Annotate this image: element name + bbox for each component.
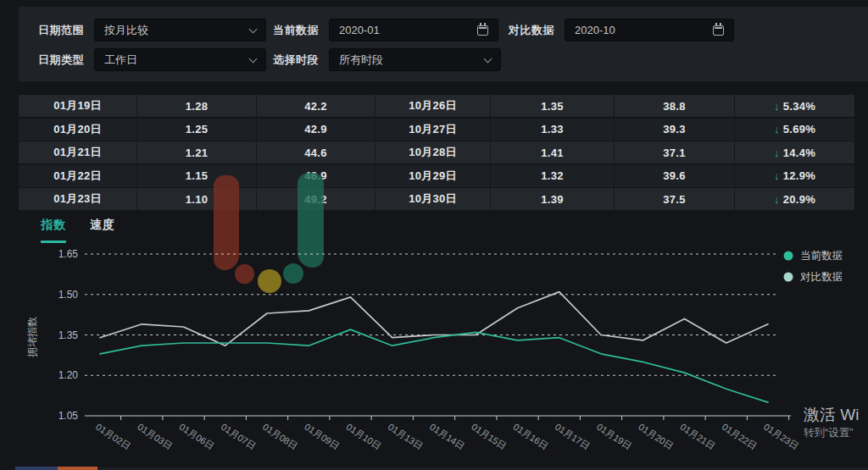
table-cell-cur_speed: 42.2 bbox=[257, 95, 376, 117]
x-tick-label: 01月20日 bbox=[637, 422, 676, 451]
y-tick-label: 1.65 bbox=[58, 248, 79, 260]
table-cell-cmp_index: 1.35 bbox=[491, 95, 615, 117]
table-cell-change: ↓5.34% bbox=[735, 95, 854, 117]
table-cell-cmp_date: 10月30日 bbox=[376, 188, 491, 210]
activate-windows-subtext: 转到“设置” bbox=[804, 426, 853, 440]
table-cell-cur_index: 1.28 bbox=[137, 95, 257, 117]
table-cell-cur_date: 01月22日 bbox=[19, 165, 137, 187]
x-tick-label: 01月07日 bbox=[220, 422, 259, 451]
x-tick-label: 01月23日 bbox=[762, 422, 801, 451]
x-tick-label: 01月17日 bbox=[554, 422, 593, 451]
down-arrow-icon: ↓ bbox=[774, 169, 780, 182]
table-row[interactable]: 01月21日1.2144.610月28日1.4137.1↓14.4% bbox=[19, 141, 854, 163]
chevron-down-icon bbox=[249, 25, 258, 33]
x-tick-label: 01月10日 bbox=[344, 422, 383, 451]
bottom-strip-orange bbox=[58, 467, 97, 470]
table-cell-cmp_index: 1.41 bbox=[491, 141, 615, 163]
y-tick-label: 1.35 bbox=[58, 329, 79, 341]
table-cell-cur_speed: 44.6 bbox=[257, 141, 376, 163]
x-tick-label: 01月02日 bbox=[94, 422, 133, 451]
down-arrow-icon: ↓ bbox=[774, 147, 780, 159]
change-value: 12.9% bbox=[783, 169, 815, 182]
tab-speed[interactable]: 速度 bbox=[90, 218, 115, 243]
time-period-value: 所有时段 bbox=[339, 53, 383, 68]
date-type-value: 工作日 bbox=[104, 53, 137, 68]
y-tick-label: 1.50 bbox=[58, 289, 79, 301]
table-cell-cur_speed: 42.9 bbox=[257, 119, 376, 141]
table-cell-cmp_speed: 39.6 bbox=[615, 165, 735, 187]
date-range-label: 日期范围 bbox=[38, 23, 84, 38]
compare-data-value: 2020-10 bbox=[575, 24, 615, 36]
x-tick-label: 01月03日 bbox=[136, 422, 175, 451]
x-tick-label: 01月09日 bbox=[303, 422, 342, 451]
table-cell-cur_index: 1.25 bbox=[137, 119, 257, 141]
comparison-table: 01月19日1.2842.210月26日1.3538.8↓5.34%01月20日… bbox=[19, 95, 854, 212]
calendar-icon bbox=[713, 25, 724, 36]
x-tick-label: 01月08日 bbox=[261, 422, 300, 451]
table-cell-cmp_speed: 37.1 bbox=[615, 141, 735, 163]
bottom-strip-blue bbox=[15, 467, 58, 470]
date-range-value: 按月比较 bbox=[104, 23, 148, 38]
table-cell-cmp_date: 10月26日 bbox=[376, 95, 491, 117]
table-cell-cur_date: 01月19日 bbox=[19, 95, 137, 117]
table-cell-cmp_date: 10月29日 bbox=[376, 165, 491, 187]
x-tick-label: 01月13日 bbox=[387, 422, 426, 451]
x-tick-label: 01月06日 bbox=[177, 422, 216, 451]
table-cell-cmp_speed: 39.3 bbox=[615, 119, 735, 141]
table-row[interactable]: 01月19日1.2842.210月26日1.3538.8↓5.34% bbox=[19, 95, 854, 117]
table-cell-cmp_index: 1.32 bbox=[491, 165, 615, 187]
legend-dot-当前数据[interactable] bbox=[784, 252, 793, 261]
y-tick-label: 1.05 bbox=[58, 410, 79, 422]
table-row[interactable]: 01月23日1.1049.210月30日1.3937.5↓20.9% bbox=[19, 188, 854, 210]
table-cell-cur_date: 01月21日 bbox=[19, 141, 137, 163]
filter-panel: 日期范围 按月比较 当前数据 2020-01 对比数据 2020-10 日期类型… bbox=[19, 7, 868, 81]
x-tick-label: 01月21日 bbox=[678, 422, 717, 451]
y-axis-title: 拥堵指数 bbox=[26, 317, 38, 357]
date-range-select[interactable]: 按月比较 bbox=[94, 19, 266, 41]
legend-dot-对比数据[interactable] bbox=[784, 273, 793, 282]
current-data-datepicker[interactable]: 2020-01 bbox=[329, 19, 498, 41]
calendar-icon bbox=[477, 25, 488, 36]
table-row[interactable]: 01月20日1.2542.910月27日1.3339.3↓5.69% bbox=[19, 119, 854, 141]
down-arrow-icon: ↓ bbox=[774, 193, 780, 206]
y-tick-label: 1.20 bbox=[58, 369, 79, 381]
table-cell-cur_date: 01月23日 bbox=[19, 188, 137, 210]
table-cell-cmp_index: 1.39 bbox=[491, 188, 615, 210]
activate-windows-text: 激活 Wi bbox=[804, 404, 859, 426]
change-value: 20.9% bbox=[783, 193, 815, 206]
table-cell-cur_index: 1.21 bbox=[137, 141, 257, 163]
compare-data-datepicker[interactable]: 2020-10 bbox=[565, 19, 734, 41]
time-period-select[interactable]: 所有时段 bbox=[329, 48, 501, 71]
current-data-value: 2020-01 bbox=[339, 24, 380, 36]
table-cell-cmp_speed: 38.8 bbox=[615, 95, 735, 117]
change-value: 14.4% bbox=[783, 147, 815, 159]
table-cell-cmp_date: 10月28日 bbox=[376, 141, 491, 163]
date-type-select[interactable]: 工作日 bbox=[94, 48, 266, 71]
x-tick-label: 01月15日 bbox=[470, 422, 509, 451]
x-tick-label: 01月19日 bbox=[595, 422, 634, 451]
series-line-当前数据 bbox=[100, 329, 768, 402]
chevron-down-icon bbox=[249, 54, 258, 63]
x-tick-label: 01月16日 bbox=[511, 422, 550, 451]
table-cell-change: ↓14.4% bbox=[735, 141, 854, 163]
legend-label-当前数据[interactable]: 当前数据 bbox=[800, 250, 843, 262]
tab-index[interactable]: 指数 bbox=[41, 218, 66, 243]
compare-data-label: 对比数据 bbox=[509, 23, 554, 38]
change-value: 5.69% bbox=[783, 123, 815, 135]
legend-label-对比数据[interactable]: 对比数据 bbox=[800, 271, 843, 283]
congestion-line-chart: 1.051.201.351.501.6501月02日01月03日01月06日01… bbox=[0, 246, 868, 466]
chart-tabs: 指数 速度 bbox=[41, 218, 115, 243]
table-cell-change: ↓20.9% bbox=[735, 188, 854, 210]
down-arrow-icon: ↓ bbox=[774, 100, 780, 113]
change-value: 5.34% bbox=[783, 100, 815, 113]
table-cell-cur_date: 01月20日 bbox=[19, 119, 137, 141]
table-cell-change: ↓5.69% bbox=[735, 119, 854, 141]
down-arrow-icon: ↓ bbox=[774, 123, 780, 135]
table-row[interactable]: 01月22日1.1546.910月29日1.3239.6↓12.9% bbox=[19, 165, 854, 187]
chevron-down-icon bbox=[484, 54, 492, 63]
table-cell-cmp_speed: 37.5 bbox=[615, 188, 735, 210]
date-type-label: 日期类型 bbox=[38, 53, 84, 68]
current-data-label: 当前数据 bbox=[273, 23, 319, 38]
table-cell-cmp_date: 10月27日 bbox=[376, 119, 491, 141]
time-period-label: 选择时段 bbox=[273, 53, 319, 68]
